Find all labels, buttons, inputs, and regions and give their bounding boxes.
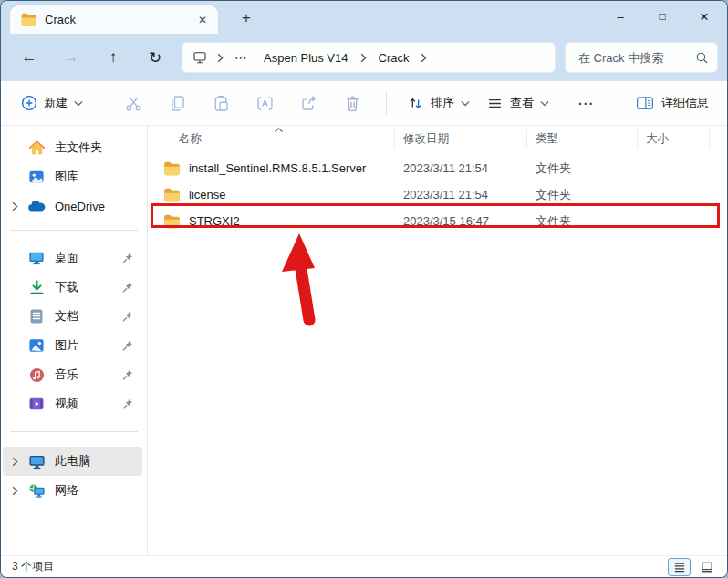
sidebar-item-this-pc[interactable]: 此电脑 (3, 447, 142, 476)
chevron-right-icon[interactable] (3, 486, 26, 496)
close-button[interactable]: ✕ (683, 1, 725, 32)
delete-button[interactable] (330, 86, 374, 120)
copy-button[interactable] (155, 86, 199, 120)
sidebar-item-downloads[interactable]: 下载 (3, 273, 142, 302)
paste-button[interactable] (199, 86, 243, 120)
breadcrumb-collapsed-button[interactable]: ⋯ (227, 50, 255, 65)
pin-icon (121, 398, 133, 410)
sidebar-item-label: 主文件夹 (55, 139, 102, 156)
sort-button[interactable]: 排序 (399, 89, 478, 118)
file-name: install_Sentinel.RMS.8.5.1.Server (189, 161, 366, 175)
tab-crack[interactable]: Crack ✕ (10, 5, 218, 34)
file-type: 文件夹 (527, 160, 638, 177)
sidebar-divider (10, 230, 138, 231)
home-icon (26, 139, 47, 157)
navigation-pane: 主文件夹 图库 OneDrive (1, 126, 148, 555)
more-options-button[interactable]: ⋯ (565, 94, 607, 113)
file-date: 2023/3/11 21:54 (395, 188, 527, 201)
details-view-button[interactable] (668, 558, 691, 576)
sidebar-item-onedrive[interactable]: OneDrive (3, 191, 142, 221)
new-tab-button[interactable]: + (233, 5, 260, 32)
forward-button[interactable]: → (54, 41, 88, 74)
file-type: 文件夹 (527, 187, 638, 203)
back-button[interactable]: ← (12, 41, 47, 74)
minimize-button[interactable]: – (599, 1, 641, 32)
column-header-date[interactable]: 修改日期 (395, 129, 527, 148)
plus-circle-icon (21, 95, 37, 111)
search-input[interactable] (577, 50, 695, 66)
sidebar-item-documents[interactable]: 文档 (3, 302, 142, 331)
sidebar-item-label: 视频 (55, 396, 78, 412)
toolbar-divider (99, 91, 99, 115)
music-icon (26, 367, 47, 383)
search-icon[interactable] (695, 51, 709, 65)
folder-icon (163, 161, 181, 176)
toolbar-divider (386, 91, 387, 115)
window-controls: – □ ✕ (599, 1, 725, 32)
details-pane-button[interactable]: 详细信息 (632, 89, 712, 117)
file-row-install-sentinel[interactable]: install_Sentinel.RMS.8.5.1.Server 2023/3… (148, 155, 727, 181)
sidebar-item-pictures[interactable]: 图片 (3, 331, 142, 360)
sidebar-item-videos[interactable]: 视频 (3, 389, 142, 418)
tab-title: Crack (45, 13, 76, 26)
chevron-right-icon (357, 53, 370, 63)
sort-icon (407, 95, 424, 112)
maximize-button[interactable]: □ (641, 1, 683, 32)
item-count: 3 个项目 (12, 559, 54, 574)
pin-icon (121, 369, 133, 381)
details-pane-label: 详细信息 (661, 95, 709, 111)
sidebar-item-label: 网络 (55, 482, 78, 499)
desktop-icon (26, 251, 47, 265)
file-date: 2023/3/11 21:54 (395, 161, 527, 175)
view-button[interactable]: 查看 (478, 89, 557, 118)
rename-button[interactable] (243, 86, 286, 120)
chevron-right-icon (213, 53, 227, 63)
sidebar-item-label: 此电脑 (55, 453, 90, 470)
tab-bar: Crack ✕ + – □ ✕ (1, 1, 727, 34)
search-box (565, 42, 718, 73)
chevron-right-icon[interactable] (3, 201, 26, 212)
file-name: license (189, 188, 225, 201)
chevron-down-icon (540, 100, 549, 107)
new-button[interactable]: 新建 (17, 89, 87, 117)
breadcrumb-item[interactable]: Crack (370, 47, 418, 68)
folder-icon (21, 13, 36, 26)
pin-icon (121, 282, 133, 294)
share-button[interactable] (286, 86, 330, 120)
this-pc-icon (26, 454, 47, 470)
column-header-size[interactable]: 大小 (638, 129, 710, 148)
refresh-button[interactable]: ↻ (138, 41, 172, 74)
sidebar-item-label: 图库 (55, 169, 78, 185)
details-pane-icon (636, 95, 654, 111)
annotation-highlight-box (151, 203, 720, 228)
chevron-down-icon (74, 100, 83, 107)
large-icons-view-button[interactable] (695, 558, 718, 576)
sort-button-label: 排序 (431, 95, 454, 111)
up-button[interactable]: ↑ (96, 41, 130, 74)
sidebar-item-label: 图片 (55, 337, 78, 354)
sidebar-item-label: OneDrive (55, 200, 105, 213)
sidebar-item-label: 音乐 (55, 366, 78, 383)
column-header-label: 类型 (536, 131, 558, 147)
sidebar-item-label: 文档 (55, 308, 78, 325)
this-pc-icon (192, 49, 208, 66)
sidebar-item-gallery[interactable]: 图库 (3, 162, 142, 191)
tab-close-icon[interactable]: ✕ (192, 10, 213, 30)
sidebar-item-home[interactable]: 主文件夹 (3, 133, 142, 162)
column-header-name[interactable]: 名称 (148, 129, 395, 148)
column-header-type[interactable]: 类型 (527, 129, 638, 148)
cut-button[interactable] (111, 86, 155, 120)
sidebar-item-music[interactable]: 音乐 (3, 360, 142, 389)
sidebar-item-label: 桌面 (55, 250, 78, 266)
chevron-down-icon (461, 100, 470, 107)
column-header-label: 名称 (179, 131, 202, 147)
sidebar-item-network[interactable]: 网络 (3, 476, 142, 505)
chevron-right-icon[interactable] (3, 457, 26, 467)
folder-icon (163, 188, 181, 202)
sidebar-item-desktop[interactable]: 桌面 (3, 243, 142, 273)
file-list: 名称 修改日期 类型 大小 install_Sentinel.RMS.8.5.1… (148, 126, 727, 555)
gallery-icon (26, 169, 47, 185)
address-bar[interactable]: ⋯ Aspen Plus V14 Crack (182, 42, 556, 73)
breadcrumb-item[interactable]: Aspen Plus V14 (255, 47, 357, 68)
status-bar: 3 个项目 (1, 555, 727, 577)
